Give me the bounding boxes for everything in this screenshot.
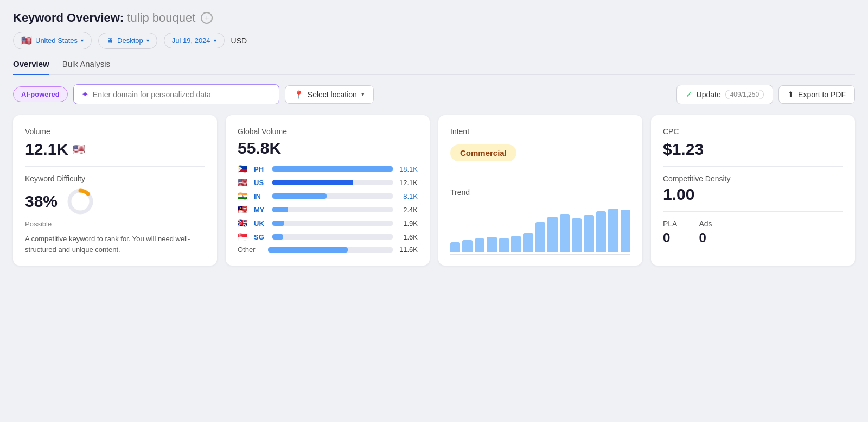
volume-value: 12.1K: [25, 140, 68, 159]
kd-label: Keyword Difficulty: [25, 174, 205, 183]
tabs-row: Overview Bulk Analysis: [13, 59, 855, 75]
cards-grid: Volume 12.1K 🇺🇸 Keyword Difficulty 38% P…: [13, 115, 855, 266]
country-value: 2.4K: [397, 206, 418, 214]
tab-overview[interactable]: Overview: [13, 59, 49, 75]
update-label: Update: [697, 90, 721, 99]
country-flag-icon: 🇬🇧: [238, 218, 250, 228]
export-button[interactable]: ⬆ Export to PDF: [778, 85, 855, 104]
trend-bar: [560, 214, 570, 252]
location-pin-icon: 📍: [294, 90, 303, 99]
ads-item: Ads 0: [699, 219, 712, 245]
trend-bar: [475, 238, 484, 252]
date-selector[interactable]: Jul 19, 2024 ▾: [164, 33, 225, 48]
intent-trend-card: Intent Commercial Trend: [438, 115, 642, 266]
country-value: 8.1K: [397, 192, 418, 200]
tab-bulk-analysis[interactable]: Bulk Analysis: [62, 59, 110, 75]
country-row: 🇲🇾 MY 2.4K: [238, 205, 418, 215]
update-count-badge: 409/1,250: [725, 90, 764, 99]
add-keyword-icon[interactable]: +: [201, 12, 213, 24]
country-row: 🇵🇭 PH 18.1K: [238, 164, 418, 174]
domain-input[interactable]: [93, 90, 271, 99]
trend-bar: [462, 240, 472, 252]
sparkle-icon: ✦: [81, 89, 88, 99]
select-location-button[interactable]: 📍 Select location ▾: [285, 85, 374, 104]
country-bar-fill: [272, 221, 284, 226]
country-flag-icon: 🇸🇬: [238, 232, 250, 242]
country-bar-bg: [272, 234, 393, 240]
other-row: Other 11.6K: [238, 245, 418, 254]
country-row: 🇺🇸 US 12.1K: [238, 178, 418, 187]
ads-label: Ads: [699, 219, 712, 228]
check-icon: ✓: [686, 90, 692, 99]
country-bar-fill: [272, 234, 283, 240]
kd-row: 38%: [25, 187, 205, 216]
volume-label: Volume: [25, 127, 205, 136]
location-chevron-icon: ▾: [81, 37, 84, 43]
kd-donut-chart: [66, 187, 94, 216]
country-value: 1.9K: [397, 219, 418, 228]
location-label: United States: [35, 36, 78, 45]
trend-bar: [608, 209, 618, 252]
volume-value-row: 12.1K 🇺🇸: [25, 140, 205, 159]
country-flag-icon: 🇲🇾: [238, 205, 250, 215]
trend-bar: [547, 217, 557, 252]
country-code: IN: [254, 192, 268, 200]
country-row: 🇮🇳 IN 8.1K: [238, 191, 418, 201]
trend-bar: [572, 218, 582, 252]
device-selector[interactable]: 🖥 Desktop ▾: [98, 33, 157, 49]
trend-bar: [621, 210, 630, 252]
trend-label: Trend: [450, 188, 630, 197]
country-code: US: [254, 179, 268, 187]
keyword-name: tulip bouquet: [127, 11, 195, 24]
country-flag-icon: 🇺🇸: [238, 178, 250, 187]
country-bar-fill: [272, 166, 393, 172]
other-value: 11.6K: [397, 245, 418, 254]
other-label: Other: [238, 245, 264, 254]
intent-badge: Commercial: [450, 144, 516, 161]
pla-item: PLA 0: [663, 219, 677, 245]
country-flag-icon: 🇵🇭: [238, 164, 250, 174]
country-bar-bg: [272, 166, 393, 172]
domain-input-wrapper: ✦: [73, 84, 279, 104]
other-bar-bg: [268, 247, 393, 253]
country-flag-icon: 🇮🇳: [238, 191, 250, 201]
country-bar-fill: [272, 207, 288, 212]
country-code: UK: [254, 219, 268, 228]
date-label: Jul 19, 2024: [172, 36, 210, 45]
country-rows: 🇵🇭 PH 18.1K 🇺🇸 US 12.1K 🇮🇳 IN 8.1K 🇲🇾 MY: [238, 164, 418, 242]
search-row: AI-powered ✦ 📍 Select location ▾ ✓ Updat…: [13, 84, 855, 104]
country-value: 18.1K: [397, 165, 418, 173]
country-code: SG: [254, 233, 268, 241]
volume-kd-card: Volume 12.1K 🇺🇸 Keyword Difficulty 38% P…: [13, 115, 217, 266]
comp-density-value: 1.00: [663, 185, 843, 204]
trend-bar: [450, 242, 460, 252]
trend-bar: [596, 211, 606, 252]
global-volume-label: Global Volume: [238, 127, 418, 136]
pla-ads-row: PLA 0 Ads 0: [663, 219, 843, 245]
export-label: Export to PDF: [798, 90, 846, 99]
page-header: Keyword Overview: tulip bouquet +: [13, 11, 855, 25]
trend-bar: [523, 233, 533, 252]
update-button[interactable]: ✓ Update 409/1,250: [676, 85, 774, 104]
trend-bar: [511, 236, 521, 252]
ai-powered-badge: AI-powered: [13, 86, 68, 102]
volume-flag-icon: 🇺🇸: [73, 143, 85, 155]
select-location-label: Select location: [308, 90, 357, 99]
kd-description: A competitive keyword to rank for. You w…: [25, 234, 205, 255]
export-icon: ⬆: [788, 90, 794, 98]
cpc-card: CPC $1.23 Competitive Density 1.00 PLA 0…: [651, 115, 855, 266]
pla-label: PLA: [663, 219, 677, 228]
country-row: 🇬🇧 UK 1.9K: [238, 218, 418, 228]
trend-bar: [499, 238, 509, 252]
toolbar-row: 🇺🇸 United States ▾ 🖥 Desktop ▾ Jul 19, 2…: [13, 32, 855, 49]
intent-label: Intent: [450, 127, 630, 136]
pla-value: 0: [663, 230, 677, 245]
cpc-value: $1.23: [663, 140, 843, 159]
device-chevron-icon: ▾: [146, 37, 149, 43]
desktop-icon: 🖥: [106, 36, 114, 45]
date-chevron-icon: ▾: [214, 37, 216, 43]
page-title: Keyword Overview: tulip bouquet: [13, 11, 195, 25]
location-selector[interactable]: 🇺🇸 United States ▾: [13, 32, 92, 49]
kd-qualifier: Possible: [25, 220, 205, 228]
ads-value: 0: [699, 230, 712, 245]
